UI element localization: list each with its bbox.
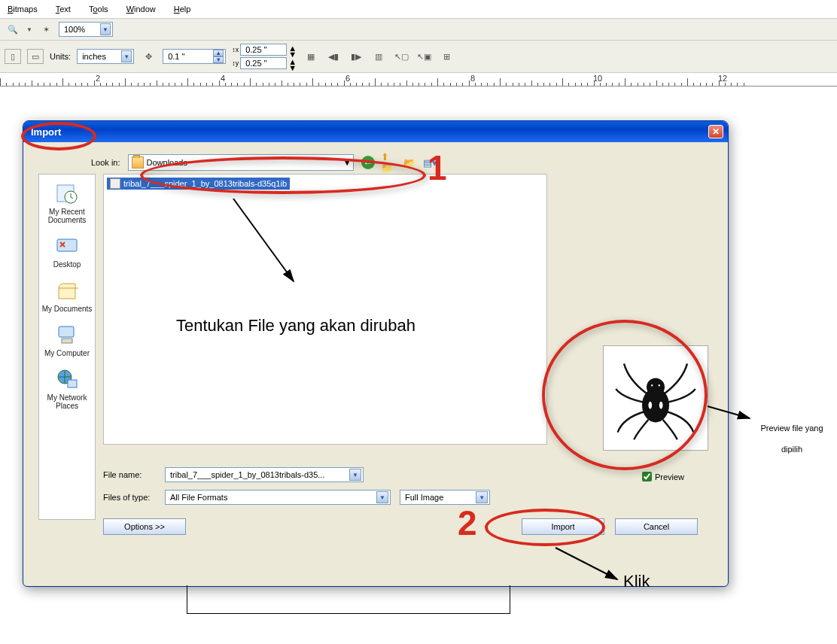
place-desktop[interactable]: Desktop xyxy=(41,235,93,269)
place-recent[interactable]: My Recent Documents xyxy=(41,182,93,224)
filetype-label: Files of type: xyxy=(103,493,156,502)
ruler: 2 4 6 8 10 12 xyxy=(0,73,837,87)
dup-x-icon: ↕x xyxy=(232,46,239,53)
folder-icon xyxy=(132,156,144,169)
import-dialog: Import ✕ Look in: Downloads ▼ ← ⬆📁 📂 ▤▾ xyxy=(23,120,729,587)
dupx-input[interactable]: 0.25 " xyxy=(240,44,287,56)
svg-point-8 xyxy=(647,379,664,396)
chevron-down-icon[interactable]: ▼ xyxy=(121,50,132,62)
up-folder-icon[interactable]: ⬆📁 xyxy=(381,155,396,170)
filetype-value: All File Formats xyxy=(170,493,373,502)
spinner-down-icon[interactable]: ▼ xyxy=(288,50,297,56)
spark-icon[interactable]: ✶ xyxy=(38,22,54,37)
svg-rect-6 xyxy=(68,380,77,387)
spinner-down-icon[interactable]: ▼ xyxy=(213,56,224,63)
annotation-number-2: 2 xyxy=(458,503,477,543)
snap-back-icon[interactable]: ◀▮ xyxy=(325,49,342,64)
lookin-combo[interactable]: Downloads ▼ xyxy=(128,154,354,171)
grid-icon[interactable]: ▦ xyxy=(303,49,319,64)
nudge-icon: ✥ xyxy=(140,49,157,64)
filename-label: File name: xyxy=(103,470,156,479)
new-folder-icon[interactable]: 📂 xyxy=(402,155,417,170)
spinner-down-icon[interactable]: ▼ xyxy=(288,63,297,69)
network-places-icon xyxy=(54,368,80,390)
chevron-down-icon[interactable]: ▼ xyxy=(343,158,352,167)
annotation-main-text: Tentukan File yang akan dirubah xyxy=(176,316,415,336)
cursor-snap2-icon[interactable]: ↖▣ xyxy=(415,49,432,64)
zoom-value: 100% xyxy=(64,25,100,34)
snap-icon[interactable]: ▥ xyxy=(370,49,387,64)
annotation-preview-text: Preview file yang dipilih xyxy=(754,415,829,457)
dialog-title: Import xyxy=(28,126,61,138)
svg-rect-3 xyxy=(59,327,74,337)
nudge-value: 0.1 " xyxy=(168,52,213,61)
places-bar: My Recent Documents Desktop My Documents xyxy=(38,174,96,520)
svg-rect-2 xyxy=(57,239,77,251)
file-list[interactable]: tribal_7___spider_1_by_0813tribals-d35q1… xyxy=(103,174,547,445)
svg-point-11 xyxy=(647,401,653,410)
page-landscape-icon[interactable]: ▭ xyxy=(27,49,44,64)
spinner-up-icon[interactable]: ▲ xyxy=(213,50,224,56)
chevron-down-icon[interactable]: ▼ xyxy=(476,491,488,503)
import-button[interactable]: Import xyxy=(522,518,604,535)
menu-window[interactable]: Window xyxy=(126,5,156,14)
place-mydocs[interactable]: My Documents xyxy=(41,279,93,313)
place-network[interactable]: My Network Places xyxy=(41,368,93,410)
menu-tools[interactable]: Tools xyxy=(89,5,108,14)
preview-label: Preview xyxy=(655,472,684,481)
annotation-klik: Klik xyxy=(623,572,650,591)
svg-point-9 xyxy=(650,384,654,387)
chevron-down-icon[interactable]: ▼ xyxy=(349,469,361,481)
units-value: inches xyxy=(82,52,121,61)
options-button[interactable]: Options >> xyxy=(103,518,186,535)
nudge-input[interactable]: 0.1 " ▲ ▼ xyxy=(163,49,226,64)
preview-thumbnail xyxy=(603,345,708,451)
chevron-down-icon[interactable]: ▼ xyxy=(376,491,388,503)
filename-value: tribal_7___spider_1_by_0813tribals-d35..… xyxy=(170,470,346,479)
spinner-up-icon[interactable]: ▲ xyxy=(288,57,297,63)
spider-icon xyxy=(610,353,701,443)
desktop-icon xyxy=(54,235,80,257)
cancel-button[interactable]: Cancel xyxy=(615,518,698,535)
recent-documents-icon xyxy=(54,182,80,205)
filetype-combo[interactable]: All File Formats ▼ xyxy=(165,490,391,505)
menu-text[interactable]: Text xyxy=(56,5,71,14)
dropdown-arrow-icon[interactable]: ▼ xyxy=(26,22,33,37)
lookin-value: Downloads xyxy=(147,158,343,167)
place-mycomputer[interactable]: My Computer xyxy=(41,324,93,357)
file-name: tribal_7___spider_1_by_0813tribals-d35q1… xyxy=(123,179,287,188)
svg-point-10 xyxy=(657,384,661,387)
spinner-up-icon[interactable]: ▲ xyxy=(288,44,297,50)
annotation-number-1: 1 xyxy=(428,147,447,188)
units-label: Units: xyxy=(50,52,71,61)
units-combo[interactable]: inches ▼ xyxy=(77,49,134,64)
file-item-selected[interactable]: tribal_7___spider_1_by_0813tribals-d35q1… xyxy=(107,178,290,190)
file-icon xyxy=(110,178,120,189)
back-icon[interactable]: ← xyxy=(361,156,375,169)
snap-fwd-icon[interactable]: ▮▶ xyxy=(348,49,364,64)
cursor-snap-icon[interactable]: ↖▢ xyxy=(393,49,409,64)
page-portrait-icon[interactable]: ▯ xyxy=(5,49,21,64)
titlebar: Import ✕ xyxy=(23,121,728,142)
my-computer-icon xyxy=(54,324,80,346)
dup-y-icon: ↕y xyxy=(232,59,239,67)
svg-rect-4 xyxy=(62,339,72,343)
close-button[interactable]: ✕ xyxy=(708,125,723,138)
zoom-tool-icon[interactable]: 🔍 xyxy=(5,22,21,37)
chevron-down-icon[interactable]: ▼ xyxy=(100,23,111,35)
my-documents-icon xyxy=(54,279,80,302)
zoom-combo[interactable]: 100% ▼ xyxy=(59,22,113,37)
options-icon[interactable]: ⊞ xyxy=(438,49,455,64)
decorative-frame xyxy=(187,585,510,614)
lookin-label: Look in: xyxy=(91,158,120,167)
svg-point-12 xyxy=(659,401,664,410)
preview-checkbox[interactable] xyxy=(642,472,652,481)
menu-bitmaps[interactable]: BBitmapsitmaps xyxy=(8,5,38,14)
filename-combo[interactable]: tribal_7___spider_1_by_0813tribals-d35..… xyxy=(165,467,364,482)
menu-help[interactable]: Help xyxy=(174,5,191,14)
dupy-input[interactable]: 0.25 " xyxy=(240,57,287,69)
